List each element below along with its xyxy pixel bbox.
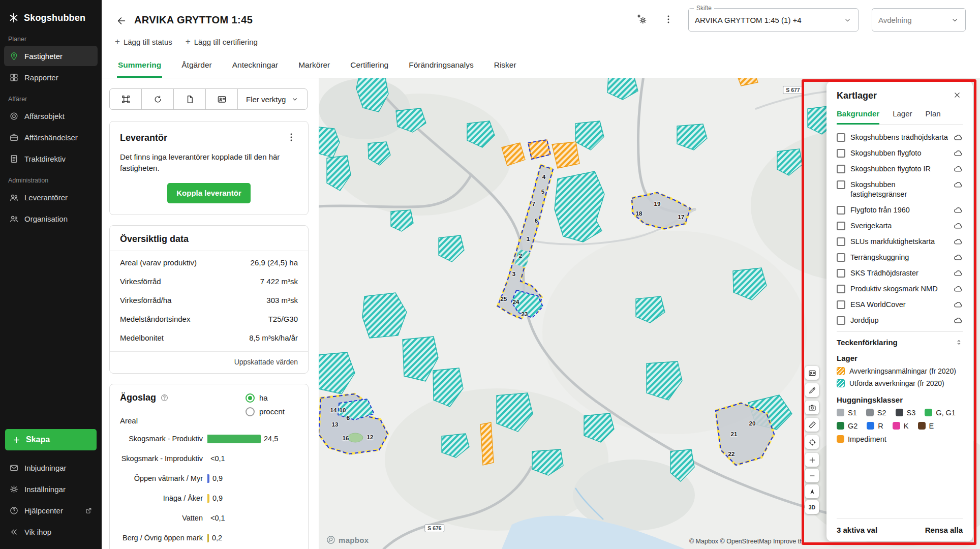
toolbar-id-card-button[interactable] xyxy=(205,88,238,110)
cloud-icon[interactable] xyxy=(953,133,963,142)
cloud-icon[interactable] xyxy=(953,300,963,310)
tab-mark-rer[interactable]: Markörer xyxy=(297,60,331,78)
map-section-number[interactable]: 12 xyxy=(367,434,374,440)
create-button[interactable]: Skapa xyxy=(5,429,97,450)
kartlager-tab-bakgrunder[interactable]: Bakgrunder xyxy=(837,109,879,125)
map-section-number[interactable]: 22 xyxy=(728,451,735,457)
sidebar-item-aff-rsobjekt[interactable]: Affärsobjekt xyxy=(4,106,98,126)
add-l-gg-till-certifiering-button[interactable]: +Lägg till certifiering xyxy=(186,37,258,47)
layer-checkbox[interactable] xyxy=(837,206,845,215)
sidebar-item-hj-lpcenter[interactable]: Hjälpcenter xyxy=(4,500,98,521)
add-l-gg-till-status-button[interactable]: +Lägg till status xyxy=(115,37,172,47)
layer-checkbox[interactable] xyxy=(837,149,845,158)
map-section-number[interactable]: 13 xyxy=(332,421,339,428)
cloud-icon[interactable] xyxy=(953,316,963,325)
map-section-number[interactable]: 8 xyxy=(347,415,350,421)
map-control-plus[interactable] xyxy=(805,453,819,467)
sidebar-item-organisation[interactable]: Organisation xyxy=(4,208,98,229)
unit-radio-procent[interactable]: procent xyxy=(246,407,285,416)
map-control-nav[interactable] xyxy=(805,484,819,498)
sidebar-item-leverant-rer[interactable]: Leverantörer xyxy=(4,187,98,207)
layer-checkbox[interactable] xyxy=(837,237,845,246)
cloud-icon[interactable] xyxy=(953,268,963,278)
help-icon[interactable] xyxy=(160,393,169,402)
map-section-number[interactable]: 19 xyxy=(654,201,661,207)
layer-checkbox[interactable] xyxy=(837,133,845,142)
layer-checkbox[interactable] xyxy=(837,316,845,325)
tab-risker[interactable]: Risker xyxy=(493,60,517,78)
map-section-number[interactable]: 3 xyxy=(512,271,515,277)
map-control-ruler[interactable] xyxy=(805,418,819,432)
more-options-button[interactable] xyxy=(662,13,675,27)
map-section-number[interactable]: 4 xyxy=(542,174,545,180)
layer-checkbox[interactable] xyxy=(837,180,845,189)
skifte-select[interactable]: Skifte ARVIKA GRYTTOM 1:45 (1) +4 xyxy=(688,8,859,32)
map-control-minus[interactable] xyxy=(805,469,819,482)
cloud-icon[interactable] xyxy=(953,205,963,215)
map-section-number[interactable]: 16 xyxy=(343,435,349,441)
sidebar-item-rapporter[interactable]: Rapporter xyxy=(4,67,98,87)
map-section-number[interactable]: 6 xyxy=(535,218,538,224)
unit-radio-ha[interactable]: ha xyxy=(246,393,285,403)
clear-all-button[interactable]: Rensa alla xyxy=(925,526,963,534)
map-section-number[interactable]: 5 xyxy=(541,189,544,195)
toolbar-file-button[interactable] xyxy=(173,88,206,110)
chart-bar-row: Skogsmark - Improduktiv<0,1 xyxy=(120,449,298,469)
cloud-icon[interactable] xyxy=(953,284,963,294)
map-section-number[interactable]: 25 xyxy=(501,296,507,302)
cloud-icon[interactable] xyxy=(953,221,963,231)
cloud-icon[interactable] xyxy=(953,180,963,190)
map-section-number[interactable]: 23 xyxy=(522,311,528,317)
toolbar-vector-square-button[interactable] xyxy=(109,88,142,110)
back-button[interactable] xyxy=(114,13,129,30)
map-section-number[interactable]: 2 xyxy=(519,253,522,259)
tab-tg-rder[interactable]: Åtgärder xyxy=(180,60,212,78)
tab-f-r-ndringsanalys[interactable]: Förändringsanalys xyxy=(408,60,475,78)
layer-checkbox[interactable] xyxy=(837,269,845,278)
sidebar-item-inst-llningar[interactable]: Inställningar xyxy=(4,479,98,499)
sidebar-item-aff-rsh-ndelser[interactable]: Affärshändelser xyxy=(4,127,98,147)
close-panel-button[interactable] xyxy=(952,89,963,102)
collapse-legend-icon[interactable] xyxy=(955,339,963,346)
sidebar-item-fastigheter[interactable]: Fastigheter xyxy=(4,46,98,66)
map-control-pen[interactable] xyxy=(805,383,819,397)
map-control-camera[interactable] xyxy=(805,401,819,414)
map-attribution[interactable]: © Mapbox © OpenStreetMap Improve th xyxy=(689,538,803,545)
layer-checkbox[interactable] xyxy=(837,222,845,230)
cloud-icon[interactable] xyxy=(953,164,963,174)
layer-checkbox[interactable] xyxy=(837,165,845,173)
cloud-icon[interactable] xyxy=(953,253,963,262)
map-section-number[interactable]: 1 xyxy=(527,236,530,242)
supplier-card-menu-button[interactable] xyxy=(285,131,298,145)
map-section-number[interactable]: 7 xyxy=(532,201,535,207)
map-section-number[interactable]: 20 xyxy=(749,420,756,426)
connect-supplier-button[interactable]: Koppla leverantör xyxy=(167,183,251,203)
layer-checkbox[interactable] xyxy=(837,285,845,293)
tab-certifiering[interactable]: Certifiering xyxy=(349,60,389,78)
kartlager-tab-plan[interactable]: Plan xyxy=(926,109,941,125)
map-control-crosshair[interactable] xyxy=(805,435,819,449)
map-section-number[interactable]: 18 xyxy=(636,210,642,217)
map-control-id-card[interactable] xyxy=(805,366,819,380)
layer-checkbox[interactable] xyxy=(837,300,845,309)
avdelning-select[interactable]: Avdelning xyxy=(872,8,966,32)
sidebar-item-traktdirektiv[interactable]: Traktdirektiv xyxy=(4,148,98,169)
cloud-icon[interactable] xyxy=(953,148,963,158)
tab-summering[interactable]: Summering xyxy=(117,60,162,78)
more-tools-button[interactable]: Fler verktyg xyxy=(237,88,308,110)
map-section-number[interactable]: 17 xyxy=(678,214,685,220)
map-section-number[interactable]: 21 xyxy=(731,431,738,437)
sidebar-item-inbjudningar[interactable]: Inbjudningar xyxy=(4,458,98,478)
toolbar-refresh-button[interactable] xyxy=(141,88,174,110)
ai-settings-button[interactable] xyxy=(635,13,649,27)
kartlager-tab-lager[interactable]: Lager xyxy=(893,109,912,125)
tab-anteckningar[interactable]: Anteckningar xyxy=(231,60,279,78)
map-control-3d[interactable]: 3D xyxy=(805,500,819,514)
map-section-number[interactable]: 10 xyxy=(340,407,346,413)
sidebar-item-vik-ihop[interactable]: Vik ihop xyxy=(4,522,98,542)
mapbox-logo[interactable]: mapbox xyxy=(326,535,369,545)
map-section-number[interactable]: 24 xyxy=(513,299,519,305)
cloud-icon[interactable] xyxy=(953,237,963,247)
layer-checkbox[interactable] xyxy=(837,253,845,262)
map-section-number[interactable]: 14 xyxy=(330,407,337,413)
